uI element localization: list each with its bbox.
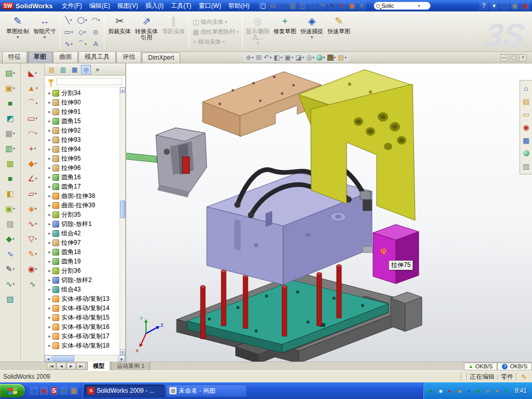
sketch-tool-snap-icon[interactable]: ◈ ▾ — [24, 201, 42, 216]
tree-item[interactable]: ▸ 拉伸94 — [47, 144, 119, 154]
side-tool-pattern-icon[interactable]: ▦ ▾ — [2, 126, 19, 141]
help-dropdown-icon[interactable]: ▾ — [489, 1, 499, 10]
tray-icon-2[interactable]: ■ — [437, 387, 445, 395]
apply-scene-icon[interactable]: ▾ — [327, 55, 337, 61]
tab-nav-button[interactable]: ▶ — [66, 363, 76, 370]
start-button[interactable] — [0, 384, 25, 397]
sketch-tool-angle-icon[interactable]: ∠ ▾ — [24, 171, 42, 186]
expand-arrow-icon[interactable]: ▸ — [47, 90, 52, 96]
quick-launch-browser-icon[interactable]: ◉ — [30, 387, 38, 395]
scroll-right-icon[interactable]: ▶ — [118, 355, 125, 362]
tree-item[interactable]: ▸ 曲面-拉伸38 — [47, 191, 119, 201]
menu-item[interactable]: 帮助(H) — [225, 1, 254, 11]
search-box[interactable]: ▾ — [374, 2, 431, 10]
polygon-tool-icon[interactable]: ◇ ▾ — [75, 26, 89, 38]
side-tool-surface-icon[interactable]: ▧ ▾ — [2, 291, 19, 307]
tree-item[interactable]: ▸ 拉伸95 — [47, 154, 119, 163]
part-green-arm[interactable] — [126, 153, 161, 163]
part-gray-clamp[interactable] — [156, 128, 207, 197]
tree-item[interactable]: ▸ 组合42 — [47, 229, 119, 238]
sketch-fillet-tool-icon[interactable]: ⌒ ▾ — [75, 38, 89, 50]
expand-arrow-icon[interactable]: ▸ — [47, 240, 52, 245]
text-tool-icon[interactable]: A ▾ — [89, 38, 102, 50]
redo-icon[interactable]: ↷ — [317, 1, 327, 10]
commandmanager-tab[interactable]: DimXpert — [142, 52, 180, 63]
filter-funnel-icon[interactable] — [48, 79, 54, 84]
view-orientation-icon[interactable]: ▣ ▾ — [284, 54, 294, 61]
expand-arrow-icon[interactable]: ▸ — [47, 334, 52, 339]
expand-arrow-icon[interactable]: ▸ — [47, 221, 52, 227]
expand-arrow-icon[interactable]: ▸ — [47, 324, 52, 329]
offset-entities-button[interactable]: ∥ 等距实体 ▾ — [160, 13, 187, 51]
tree-item[interactable]: ▸ 拉伸93 — [47, 135, 119, 144]
sketch-tool-rect2-icon[interactable]: ▭ ▾ — [24, 111, 42, 126]
mirror-entities-button[interactable]: ◫ 镜向实体 ▾ — [191, 18, 241, 26]
quick-launch-media-icon[interactable]: ▣ — [40, 387, 48, 395]
scroll-left-icon[interactable]: ◀ — [45, 355, 51, 362]
quick-launch-solidworks-icon[interactable]: S — [50, 387, 58, 395]
quick-launch-folder-icon[interactable]: ▦ — [70, 387, 78, 395]
tree-item[interactable]: ▸ 切除-放样1 — [47, 219, 119, 229]
sketch-button[interactable]: ✎ 草图绘制 ▾ — [4, 13, 31, 51]
panel-toggle-icon[interactable]: ▦ — [500, 1, 509, 10]
tree-item[interactable]: ▸ 分割34 — [47, 88, 119, 98]
print-preview-icon[interactable]: ◫ — [298, 1, 307, 10]
section-view-icon[interactable]: ◧ ▾ — [273, 54, 283, 61]
propertymanager-tab-icon[interactable]: ▥ — [58, 65, 68, 74]
commandmanager-tab[interactable]: 曲面 — [53, 51, 78, 63]
side-tool-hole-icon[interactable]: ◧ ▾ — [2, 186, 19, 201]
trim-entities-button[interactable]: ✂ 剪裁实体 ▾ — [106, 13, 133, 51]
part-purple-mold-block[interactable] — [207, 172, 377, 285]
side-tool-dome-icon[interactable]: ◆ ▾ — [2, 231, 19, 246]
taskpane-search-icon[interactable]: ◉ — [522, 123, 531, 132]
quick-launch-messenger-icon[interactable]: ● — [60, 387, 68, 395]
tray-icon-6[interactable]: ■ — [474, 387, 482, 395]
expand-arrow-icon[interactable]: ▸ — [47, 156, 52, 161]
tree-item[interactable]: ▸ 圆角16 — [47, 172, 119, 182]
taskpane-view-palette-icon[interactable]: ▦ — [522, 136, 531, 145]
arc-tool-icon[interactable]: ◠ ▾ — [89, 14, 102, 26]
chevron-expand-icon[interactable]: » — [92, 65, 102, 74]
horizontal-scroll-thumb[interactable] — [52, 355, 74, 362]
tree-filter-input[interactable] — [56, 78, 122, 85]
scroll-up-icon[interactable]: ▲ — [120, 87, 125, 93]
display-delete-relations-button[interactable]: ◎ 显示/删除几... ▾ — [244, 13, 271, 51]
exit-icon[interactable]: ▣ — [521, 1, 530, 10]
side-tool-cut-icon[interactable]: ■ ▾ — [2, 171, 19, 186]
task-solidworks[interactable]: S SolidWorks 2009 - ... — [84, 384, 165, 397]
sketch-tool-parallelogram-icon[interactable]: ▱ ▾ — [24, 186, 42, 201]
menu-item[interactable]: 工具(T) — [167, 1, 195, 11]
hide-show-icon[interactable]: ◎ ▾ — [305, 54, 315, 61]
taskpane-appearances-icon[interactable] — [522, 149, 531, 158]
rectangle-tool-icon[interactable]: ▭ ▾ — [62, 26, 75, 38]
configurationmanager-tab-icon[interactable]: ▦ — [70, 65, 79, 74]
color-swatch-icon[interactable]: ▣ — [347, 1, 356, 10]
ellipse-tool-icon[interactable]: ⊙ ▾ — [89, 26, 102, 38]
open-icon[interactable]: ▭ — [268, 1, 277, 10]
expand-arrow-icon[interactable]: ▸ — [47, 184, 52, 189]
document-tab[interactable]: 运动算例 1 — [111, 362, 150, 371]
tree-horizontal-scrollbar[interactable]: ◀ ▶ — [45, 355, 125, 362]
options-icon[interactable]: ≡ — [357, 1, 366, 10]
expand-arrow-icon[interactable]: ▸ — [47, 193, 52, 198]
vertical-scroll-thumb[interactable] — [120, 201, 125, 218]
expand-arrow-icon[interactable]: ▸ — [47, 165, 52, 170]
tree-item[interactable]: ▸ 实体-移动/复制14 — [47, 303, 119, 313]
tree-item[interactable]: ▸ 实体-移动/复制18 — [47, 341, 119, 350]
expand-arrow-icon[interactable]: ▸ — [47, 287, 52, 292]
side-tool-rib-icon[interactable]: ▥ ▾ — [2, 141, 19, 156]
search-dropdown-icon[interactable]: ▾ — [418, 4, 420, 8]
undo-icon[interactable]: ↶ — [308, 1, 317, 10]
side-tool-features-icon[interactable]: ▤ ▾ — [2, 65, 19, 81]
tree-vertical-scrollbar[interactable]: ▲ ▼ — [119, 87, 125, 355]
rebuild-icon[interactable]: ↻ — [337, 1, 347, 10]
tray-icon-3[interactable]: ● — [446, 387, 454, 395]
circle-tool-icon[interactable]: ◯ ▾ — [75, 14, 89, 26]
commandmanager-tab[interactable]: 草图 — [28, 51, 52, 63]
side-tool-revolve-icon[interactable]: ◩ ▾ — [2, 111, 19, 126]
expand-arrow-icon[interactable]: ▸ — [47, 315, 52, 320]
tree-item[interactable]: ▸ 拉伸90 — [47, 98, 119, 107]
zoom-area-icon[interactable]: ⊞ ▾ — [255, 54, 262, 61]
dimxpertmanager-tab-icon[interactable]: ◎ — [81, 65, 91, 74]
expand-arrow-icon[interactable]: ▸ — [47, 212, 52, 217]
